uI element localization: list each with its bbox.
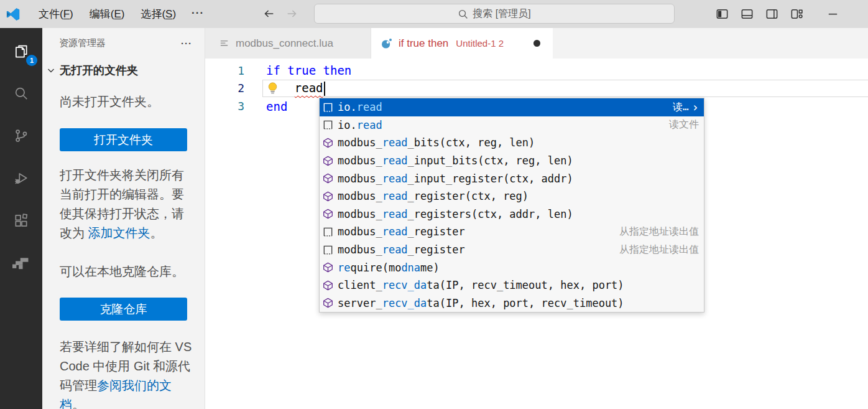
suggestion-label: modbus_read_bits(ctx, reg, len) xyxy=(338,136,535,149)
suggestion-item-10[interactable]: client_recv_data(IP, recv_timeout, hex, … xyxy=(320,276,704,294)
search-icon xyxy=(13,85,29,101)
activity-item-custom-extension[interactable] xyxy=(6,248,36,278)
suggestion-label: modbus_read_register(ctx, reg) xyxy=(338,190,529,202)
method-icon xyxy=(323,209,338,219)
suggestion-item-11[interactable]: server_recv_data(IP, hex, port, recv_tim… xyxy=(320,294,704,313)
suggestion-label: require(modname) xyxy=(338,261,440,274)
suggestion-detail: 从指定地址读出值 xyxy=(612,225,699,238)
minimize-icon[interactable] xyxy=(826,7,840,21)
lightbulb-icon[interactable] xyxy=(266,82,279,95)
snippet-icon xyxy=(323,120,338,130)
modified-dot-icon[interactable] xyxy=(533,40,540,47)
activity-item-explorer[interactable]: 1 xyxy=(6,36,36,66)
sidebar-section-no-folder[interactable]: 无打开的文件夹 xyxy=(46,63,205,78)
layout-panel-icon[interactable] xyxy=(740,7,754,21)
suggest-widget: io.read读…›io.read读文件modbus_read_bits(ctx… xyxy=(319,98,704,313)
suggestion-item-5[interactable]: modbus_read_register(ctx, reg) xyxy=(320,187,704,205)
vscode-window: 文件(F)编辑(E)选择(S)··· 搜索 [管理员] 1 资源管理器 ··· xyxy=(0,0,868,409)
code-line-2[interactable]: 2 read xyxy=(205,80,868,98)
source-control-icon xyxy=(13,128,29,144)
suggestion-detail: 读… xyxy=(665,101,689,114)
line-number: 3 xyxy=(205,100,244,113)
tab-bar: modbus_connect.lua if true then Untitled… xyxy=(205,28,868,59)
editor-group: modbus_connect.lua if true then Untitled… xyxy=(205,28,868,409)
line-number: 1 xyxy=(205,64,244,77)
sidebar-explorer: 资源管理器 ··· 无打开的文件夹 尚未打开文件夹。 打开文件夹 打开文件夹将关… xyxy=(42,28,205,409)
menu-more-icon[interactable]: ··· xyxy=(184,4,211,24)
search-placeholder: 搜索 [管理员] xyxy=(473,7,530,21)
forward-arrow-icon[interactable] xyxy=(285,6,300,21)
tab-untitled-1[interactable]: if true then Untitled-1 2 xyxy=(371,28,553,59)
suggestion-item-2[interactable]: modbus_read_bits(ctx, reg, len) xyxy=(320,134,704,152)
suggestion-label: client_recv_data(IP, recv_timeout, hex, … xyxy=(338,279,624,291)
customize-layout-icon[interactable] xyxy=(790,7,804,21)
sidebar-header: 资源管理器 ··· xyxy=(42,28,205,49)
activity-item-search[interactable] xyxy=(6,78,36,108)
code-editor[interactable]: 1if true then2 read3end io.read读…›io.rea… xyxy=(205,59,868,409)
suggestion-label: modbus_read_input_bits(ctx, reg, len) xyxy=(338,154,573,167)
suggestion-item-4[interactable]: modbus_read_input_register(ctx, addr) xyxy=(320,169,704,187)
window-layout-controls xyxy=(715,7,840,21)
vscode-logo-icon xyxy=(6,7,21,22)
line-content: if true then xyxy=(266,63,351,77)
suggestion-label: io.read xyxy=(338,101,382,113)
welcome-view: 尚未打开文件夹。 打开文件夹 打开文件夹将关闭所有当前打开的编辑器。要使其保持打… xyxy=(42,92,205,409)
clone-repo-text: 可以在本地克隆仓库。 xyxy=(60,262,192,281)
git-doc-note: 若要详细了解如何在 VS Code 中使用 Git 和源代码管理参阅我们的文档。 xyxy=(60,337,192,409)
open-folder-note: 打开文件夹将关闭所有当前打开的编辑器。要使其保持打开状态，请改为 添加文件夹。 xyxy=(60,166,192,243)
suggestion-item-9[interactable]: require(modname) xyxy=(320,258,704,276)
method-icon xyxy=(323,138,338,148)
layout-sidebar-left-icon[interactable] xyxy=(715,7,729,21)
file-lines-icon xyxy=(219,38,229,49)
activity-item-source-control[interactable] xyxy=(6,121,36,151)
suggestion-item-7[interactable]: modbus_read_register从指定地址读出值 xyxy=(320,223,704,241)
tab-modbus-connect[interactable]: modbus_connect.lua xyxy=(205,28,371,59)
search-icon xyxy=(458,9,468,19)
lua-icon xyxy=(381,38,392,49)
line-number: 2 xyxy=(205,82,244,95)
menu-item-0[interactable]: 文件(F) xyxy=(30,4,81,24)
sidebar-more-actions-icon[interactable]: ··· xyxy=(178,38,195,49)
clone-repo-button[interactable]: 克隆仓库 xyxy=(60,298,187,321)
suggestion-item-8[interactable]: modbus_read_register从指定地址读出值 xyxy=(320,241,704,259)
read-more-chevron-icon[interactable]: › xyxy=(692,101,699,113)
code-line-1[interactable]: 1if true then xyxy=(205,62,868,80)
add-folder-link[interactable]: 添加文件夹 xyxy=(88,226,150,240)
suggestion-label: modbus_read_input_register(ctx, addr) xyxy=(338,172,573,185)
method-icon xyxy=(323,280,338,291)
sidebar-section-label: 无打开的文件夹 xyxy=(60,63,138,78)
line-content: end xyxy=(266,100,287,113)
titlebar: 文件(F)编辑(E)选择(S)··· 搜索 [管理员] xyxy=(0,0,868,28)
menu-item-1[interactable]: 编辑(E) xyxy=(81,4,133,24)
snippet-icon xyxy=(323,102,338,113)
snippet-icon xyxy=(323,245,338,255)
tab-description: Untitled-1 2 xyxy=(456,38,504,49)
menu-item-2[interactable]: 选择(S) xyxy=(132,4,184,24)
suggestion-label: io.read xyxy=(338,119,382,131)
method-icon xyxy=(323,262,338,273)
sidebar-title: 资源管理器 xyxy=(59,37,106,49)
suggestion-item-3[interactable]: modbus_read_input_bits(ctx, reg, len) xyxy=(320,152,704,170)
method-icon xyxy=(323,156,338,166)
no-folder-text: 尚未打开文件夹。 xyxy=(60,92,192,111)
suggestion-item-1[interactable]: io.read读文件 xyxy=(320,116,704,134)
text-cursor xyxy=(324,82,325,96)
activity-item-run-debug[interactable] xyxy=(6,163,36,193)
suggestion-label: modbus_read_register xyxy=(338,243,465,256)
suggestion-item-0[interactable]: io.read读…› xyxy=(320,98,704,116)
suggestion-detail: 读文件 xyxy=(662,118,699,131)
activity-bar: 1 xyxy=(0,28,42,409)
command-center-search[interactable]: 搜索 [管理员] xyxy=(314,4,675,24)
back-arrow-icon[interactable] xyxy=(261,6,276,21)
method-icon xyxy=(323,191,338,202)
activity-item-extensions[interactable] xyxy=(6,205,36,235)
open-folder-button[interactable]: 打开文件夹 xyxy=(60,128,187,151)
layout-sidebar-right-icon[interactable] xyxy=(765,7,779,21)
snippet-icon xyxy=(323,227,338,237)
suggestion-detail: 从指定地址读出值 xyxy=(612,243,699,256)
method-icon xyxy=(323,298,338,308)
suggestion-label: server_recv_data(IP, hex, port, recv_tim… xyxy=(338,297,624,309)
chevron-down-icon xyxy=(46,65,56,75)
tab-label: if true then xyxy=(399,37,448,50)
suggestion-item-6[interactable]: modbus_read_registers(ctx, addr, len) xyxy=(320,205,704,223)
